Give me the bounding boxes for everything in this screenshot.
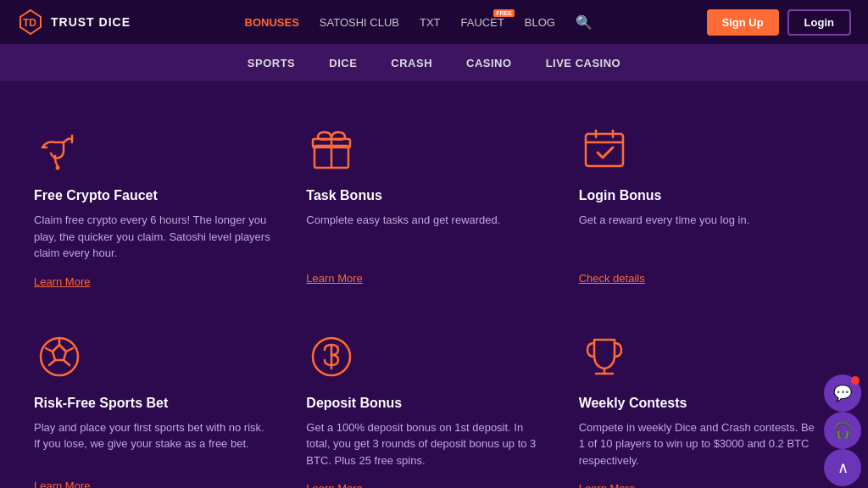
- deposit-learn-more[interactable]: Learn More: [306, 482, 362, 488]
- sub-nav-live-casino[interactable]: LIVE CASINO: [546, 57, 621, 69]
- svg-line-16: [46, 348, 53, 352]
- soccer-icon: [34, 331, 85, 382]
- chat-icon: 💬: [833, 384, 852, 402]
- svg-line-13: [66, 348, 73, 352]
- sports-title: Risk-Free Sports Bet: [34, 396, 272, 411]
- sub-nav-crash[interactable]: CRASH: [391, 57, 432, 69]
- faucet-desc: Claim free crypto every 6 hours! The lon…: [34, 212, 272, 262]
- calendar-icon: [579, 124, 630, 175]
- login-desc: Get a reward every time you log in.: [579, 212, 817, 258]
- faucet-title: Free Crypto Faucet: [34, 188, 272, 203]
- sub-nav: SPORTS DICE CRASH CASINO LIVE CASINO: [0, 44, 868, 81]
- login-title: Login Bonus: [579, 188, 817, 203]
- sports-desc: Play and place your first sports bet wit…: [34, 419, 272, 466]
- bonus-grid: Free Crypto Faucet Claim free crypto eve…: [25, 107, 843, 488]
- support-icon: 🎧: [833, 421, 852, 440]
- nav-bonuses[interactable]: BONUSES: [245, 16, 299, 29]
- sub-nav-dice[interactable]: DICE: [329, 57, 357, 69]
- faucet-icon: [34, 124, 85, 175]
- bonus-card-login: Login Bonus Get a reward every time you …: [570, 107, 843, 314]
- dollar-circle-icon: [306, 331, 357, 382]
- login-check-details[interactable]: Check details: [579, 272, 645, 285]
- weekly-title: Weekly Contests: [579, 396, 817, 411]
- search-icon[interactable]: 🔍: [576, 14, 593, 30]
- nav-satoshi[interactable]: SATOSHI CLUB: [320, 16, 399, 29]
- chat-button[interactable]: 💬: [824, 374, 861, 412]
- task-title: Task Bonus: [306, 188, 544, 203]
- nav-txt[interactable]: TXT: [420, 16, 441, 29]
- nav-faucet[interactable]: FAUCET FREE: [461, 16, 504, 29]
- bonus-card-sports: Risk-Free Sports Bet Play and place your…: [25, 314, 298, 489]
- faucet-learn-more[interactable]: Learn More: [34, 275, 90, 288]
- signup-button[interactable]: Sign Up: [707, 9, 779, 36]
- sub-nav-casino[interactable]: CASINO: [466, 57, 512, 69]
- bonus-card-deposit: Deposit Bonus Get a 100% deposit bonus o…: [298, 314, 570, 489]
- task-desc: Complete easy tasks and get rewarded.: [306, 212, 544, 258]
- bonuses-content: Free Crypto Faucet Claim free crypto eve…: [0, 81, 868, 488]
- deposit-desc: Get a 100% deposit bonus on 1st deposit.…: [306, 419, 544, 469]
- bonus-card-weekly: Weekly Contests Compete in weekly Dice a…: [570, 314, 843, 489]
- svg-line-15: [49, 360, 55, 365]
- main-nav: BONUSES SATOSHI CLUB TXT FAUCET FREE BLO…: [245, 14, 593, 30]
- header: TD TRUST DICE BONUSES SATOSHI CLUB TXT F…: [0, 0, 868, 44]
- nav-blog[interactable]: BLOG: [525, 16, 555, 29]
- support-button[interactable]: 🎧: [824, 412, 861, 449]
- free-badge: FREE: [493, 9, 515, 17]
- logo[interactable]: TD TRUST DICE: [17, 8, 131, 36]
- deposit-title: Deposit Bonus: [306, 396, 544, 411]
- svg-text:TD: TD: [23, 17, 36, 29]
- chevron-up-icon: ∧: [837, 458, 849, 477]
- svg-line-14: [64, 360, 70, 365]
- logo-text: TRUST DICE: [51, 15, 131, 29]
- task-learn-more[interactable]: Learn More: [306, 272, 362, 285]
- svg-point-2: [56, 166, 60, 170]
- trophy-icon: [579, 331, 630, 382]
- svg-marker-11: [53, 345, 66, 360]
- sports-learn-more[interactable]: Learn More: [34, 480, 90, 489]
- bonus-card-faucet: Free Crypto Faucet Claim free crypto eve…: [25, 107, 298, 314]
- bonus-card-task: Task Bonus Complete easy tasks and get r…: [298, 107, 570, 314]
- weekly-learn-more[interactable]: Learn More: [579, 482, 635, 488]
- gift-icon: [306, 124, 357, 175]
- sub-nav-sports[interactable]: SPORTS: [248, 57, 295, 69]
- weekly-desc: Compete in weekly Dice and Crash contest…: [579, 419, 817, 469]
- scroll-top-button[interactable]: ∧: [824, 449, 861, 486]
- login-button[interactable]: Login: [787, 9, 851, 36]
- svg-rect-6: [586, 134, 623, 166]
- header-actions: Sign Up Login: [707, 9, 852, 36]
- chat-badge: [851, 376, 860, 385]
